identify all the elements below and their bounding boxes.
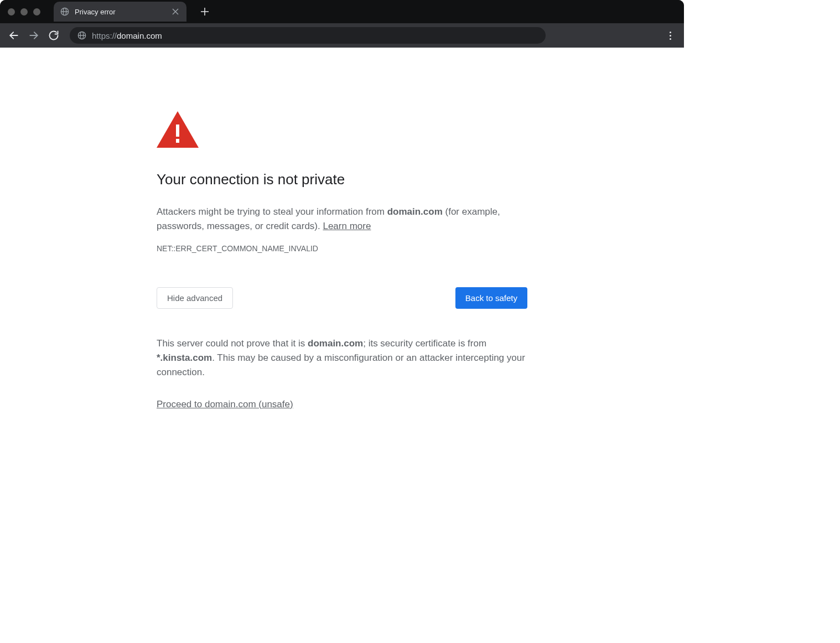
address-bar[interactable]: https://domain.com xyxy=(70,27,546,44)
proceed-unsafe-link[interactable]: Proceed to domain.com (unsafe) xyxy=(157,399,293,410)
minimize-window-button[interactable] xyxy=(20,8,28,15)
new-tab-button[interactable] xyxy=(201,6,209,18)
close-window-button[interactable] xyxy=(8,8,15,15)
url-protocol: https:// xyxy=(92,31,117,40)
error-body: Attackers might be trying to steal your … xyxy=(157,205,527,234)
dots-vertical-icon xyxy=(670,32,671,33)
browser-menu-button[interactable] xyxy=(662,27,678,44)
privacy-error-interstitial: Your connection is not private Attackers… xyxy=(157,111,527,410)
toolbar: https://domain.com xyxy=(0,23,684,48)
warning-triangle-icon xyxy=(157,111,527,150)
globe-icon xyxy=(77,31,86,40)
tab-title: Privacy error xyxy=(75,8,153,16)
svg-rect-14 xyxy=(176,139,179,143)
reload-button[interactable] xyxy=(45,27,62,44)
back-to-safety-button[interactable]: Back to safety xyxy=(455,287,527,309)
forward-button[interactable] xyxy=(25,27,42,44)
svg-rect-13 xyxy=(176,125,179,137)
browser-tab[interactable]: Privacy error xyxy=(54,2,186,22)
advanced-explanation: This server could not prove that it is d… xyxy=(157,336,527,380)
back-button[interactable] xyxy=(6,27,22,44)
maximize-window-button[interactable] xyxy=(33,8,40,15)
globe-icon xyxy=(60,7,69,16)
error-domain: domain.com xyxy=(387,206,443,217)
page-content: Your connection is not private Attackers… xyxy=(0,48,684,410)
close-tab-icon[interactable] xyxy=(172,8,179,16)
browser-chrome: Privacy error https:/ xyxy=(0,0,684,48)
learn-more-link[interactable]: Learn more xyxy=(323,221,371,231)
error-headline: Your connection is not private xyxy=(157,171,527,188)
hide-advanced-button[interactable]: Hide advanced xyxy=(157,287,233,309)
error-code: NET::ERR_CERT_COMMON_NAME_INVALID xyxy=(157,244,527,253)
url-host: domain.com xyxy=(117,31,162,40)
titlebar: Privacy error xyxy=(0,0,684,23)
button-row: Hide advanced Back to safety xyxy=(157,287,527,309)
window-controls xyxy=(8,8,40,15)
